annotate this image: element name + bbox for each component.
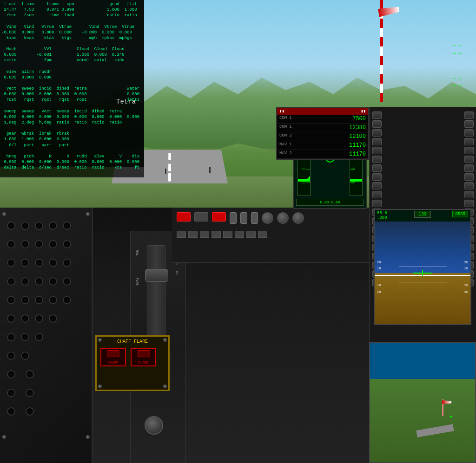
panel-hole	[7, 240, 15, 248]
alt-tick	[350, 183, 354, 183]
panel-btn[interactable]	[372, 147, 382, 154]
sq-switch[interactable]	[188, 231, 198, 238]
panel-btn[interactable]	[464, 156, 474, 163]
throttle-handle[interactable]	[145, 269, 168, 282]
chaff-button[interactable]: CHAFF	[100, 348, 126, 366]
freq-nav2-val: 11170	[349, 151, 366, 157]
runway-marking	[168, 153, 171, 160]
heading-display: 139	[414, 211, 431, 218]
panel-btn[interactable]	[464, 120, 474, 128]
panel-btn[interactable]	[372, 164, 382, 172]
rivet	[98, 385, 102, 388]
freq-com2-label: COM 2	[279, 133, 303, 140]
knob[interactable]	[292, 212, 304, 224]
panel-btn[interactable]	[464, 182, 474, 189]
freq-display: ▮▮ ▮▮ COM 1 7500 COM 1 12380 COM 2 12100…	[276, 107, 369, 160]
flare-indicator	[138, 350, 149, 357]
panel-hole	[7, 333, 15, 341]
panel-btn[interactable]	[464, 129, 474, 137]
red-switch[interactable]	[177, 212, 191, 222]
panel-hole	[49, 240, 57, 248]
flare-button[interactable]: FLARE	[131, 348, 156, 366]
freq-row-nav1: NAV 1 11170	[277, 141, 368, 150]
panel-hole	[26, 370, 34, 378]
panel-hole	[35, 240, 43, 248]
sq-switch[interactable]	[200, 231, 209, 238]
freq-row-nav2: NAV 2 11170	[277, 150, 368, 159]
panel-hole	[35, 259, 43, 267]
panel-hole	[21, 277, 29, 286]
black-switch[interactable]	[194, 212, 208, 222]
chaff-indicator	[107, 350, 119, 357]
sq-switch[interactable]	[258, 231, 267, 238]
sq-switch[interactable]	[223, 231, 232, 238]
toggle[interactable]	[230, 212, 237, 224]
pitch-mark-neg10	[399, 282, 447, 282]
rotary-knob[interactable]	[145, 416, 163, 435]
sq-switch[interactable]	[246, 231, 256, 238]
panel-btn[interactable]	[372, 173, 382, 181]
panel-btn[interactable]	[464, 191, 474, 198]
pitch-label-20: 20	[377, 261, 381, 264]
sq-switch[interactable]	[212, 231, 221, 238]
sq-switch[interactable]	[235, 231, 244, 238]
knob[interactable]	[262, 212, 273, 224]
rivet	[2, 212, 6, 216]
panel-hole	[21, 240, 29, 248]
panel-btn[interactable]	[372, 191, 382, 198]
panel-hole	[7, 296, 15, 304]
toggle[interactable]	[251, 212, 258, 224]
runway-marking	[168, 164, 171, 171]
panel-btn[interactable]	[464, 200, 474, 207]
ground-figure	[165, 169, 166, 174]
freq-com1-val: 7500	[352, 116, 366, 122]
panel-hole	[26, 389, 34, 397]
panel-hole	[35, 333, 43, 341]
pitch-label-10: 10	[377, 267, 381, 270]
panel-btn[interactable]	[372, 156, 382, 163]
rivet	[163, 385, 167, 388]
panel-btn[interactable]	[372, 120, 382, 128]
panel-btn[interactable]	[464, 111, 474, 119]
map-aircraft-marker: ✦	[449, 412, 453, 420]
map-terrain	[370, 379, 475, 462]
panel-hole	[63, 296, 71, 304]
panel-btn[interactable]	[464, 147, 474, 154]
pitch-label-r-20: 20	[464, 261, 468, 264]
sq-switch[interactable]	[177, 231, 186, 238]
telemetry-display: f-act f-sim frame cpu grnd flit 24.47 7.…	[0, 0, 144, 177]
speed-tick	[306, 169, 310, 170]
panel-hole	[35, 296, 43, 304]
flare-btn-label: FLARE	[132, 361, 155, 365]
freq-nav2-label: NAV 2	[279, 151, 303, 157]
panel-hole	[21, 314, 29, 323]
panel-btn[interactable]	[372, 129, 382, 137]
chaff-btn-label: CHAFF	[101, 361, 125, 365]
freq-header-label: ▮▮	[279, 109, 284, 114]
pitch-label-neg10: 10	[377, 283, 381, 287]
aircraft-type-label: Tetra	[116, 98, 136, 105]
panel-btn[interactable]	[464, 138, 474, 145]
horizon-ground	[375, 273, 470, 325]
panel-btn[interactable]	[464, 173, 474, 181]
panel-hole	[63, 259, 71, 267]
panel-hole	[35, 277, 43, 286]
knob[interactable]	[277, 212, 289, 224]
panel-btn[interactable]	[372, 200, 382, 207]
freq-com1-label: COM 1	[279, 116, 303, 122]
panel-btn[interactable]	[372, 138, 382, 145]
freq-com2-val: 12100	[349, 133, 366, 140]
toggle[interactable]	[240, 212, 247, 224]
panel-btn[interactable]	[464, 164, 474, 172]
pitch-label-neg20: 20	[377, 290, 381, 294]
mfd-bottom-readout: 0.00 0.00	[296, 199, 364, 206]
alt-indicator	[350, 179, 362, 182]
rivet	[2, 435, 6, 439]
pitch-label-r-neg10: 10	[464, 283, 468, 287]
red-switch-2[interactable]	[212, 212, 226, 222]
panel-hole	[7, 389, 15, 397]
rivet	[98, 338, 102, 342]
panel-btn[interactable]	[372, 111, 382, 119]
freq-com1b-val: 12380	[349, 124, 366, 131]
panel-btn[interactable]	[372, 182, 382, 189]
